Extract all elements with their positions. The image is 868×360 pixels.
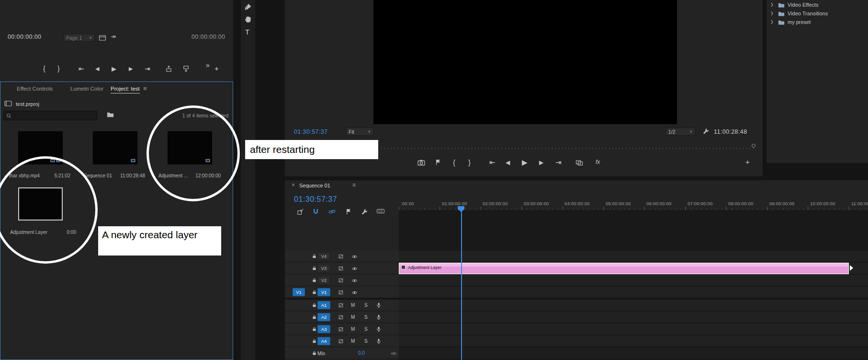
- lock-icon[interactable]: [312, 350, 317, 356]
- lock-icon[interactable]: [312, 254, 317, 259]
- panel-menu-icon[interactable]: ≡: [352, 182, 356, 188]
- lock-icon[interactable]: [312, 314, 317, 320]
- track-lane-a1[interactable]: [399, 300, 868, 311]
- eye-toggle-icon[interactable]: [351, 254, 358, 260]
- mic-icon[interactable]: [376, 338, 382, 344]
- sync-lock-icon[interactable]: [338, 314, 344, 320]
- keyframe-nav-icon[interactable]: [391, 350, 397, 357]
- program-timecode[interactable]: 01:30:57:37: [294, 128, 327, 135]
- sync-lock-icon[interactable]: [338, 266, 344, 271]
- track-select-button[interactable]: A3: [317, 325, 330, 333]
- mark-in-button[interactable]: {: [43, 65, 45, 72]
- track-select-button[interactable]: V4: [317, 252, 330, 260]
- track-select-button[interactable]: A4: [317, 337, 330, 345]
- add-marker-icon[interactable]: [435, 159, 442, 166]
- source-patch-v1[interactable]: V1: [293, 288, 305, 296]
- sync-lock-icon[interactable]: [338, 278, 344, 283]
- mic-icon[interactable]: [376, 302, 382, 308]
- track-lane-v1[interactable]: [399, 287, 868, 298]
- add-marker-icon[interactable]: [345, 208, 352, 215]
- track-lane-a2[interactable]: [399, 312, 868, 323]
- lock-icon[interactable]: [312, 290, 317, 295]
- snap-magnet-icon[interactable]: [312, 208, 319, 215]
- page-card-icon[interactable]: [99, 34, 106, 42]
- panel-menu-icon[interactable]: ≡: [143, 85, 147, 92]
- solo-button[interactable]: S: [364, 314, 368, 320]
- timeline-clip-adjustment-layer[interactable]: Adjustment Layer: [399, 263, 849, 274]
- type-tool-icon[interactable]: T: [245, 28, 249, 36]
- nest-insert-icon[interactable]: [297, 208, 304, 215]
- effects-folder-row[interactable]: ❯ Video Transitions: [767, 10, 868, 18]
- button-overflow-menu[interactable]: »: [206, 61, 210, 69]
- mark-out-button[interactable]: }: [57, 65, 60, 72]
- eye-toggle-icon[interactable]: [351, 266, 358, 272]
- twirl-chevron-icon[interactable]: ❯: [770, 11, 774, 15]
- timeline-settings-wrench-icon[interactable]: [361, 209, 368, 215]
- double-arrow-icon[interactable]: ↠: [111, 33, 116, 40]
- playhead-line[interactable]: [461, 209, 462, 360]
- project-item-thumbnail[interactable]: [93, 131, 137, 164]
- goto-in-button[interactable]: ⇤: [79, 65, 84, 72]
- sync-lock-icon[interactable]: [338, 254, 344, 259]
- mark-in-button[interactable]: {: [453, 158, 455, 166]
- global-fx-mute-button[interactable]: fx: [596, 159, 600, 165]
- track-select-button[interactable]: V2: [317, 276, 330, 284]
- track-lane-mix[interactable]: [399, 348, 868, 359]
- comparison-view-icon[interactable]: [575, 159, 583, 166]
- tab-lumetri-color[interactable]: Lumetri Color: [70, 86, 103, 92]
- new-bin-folder-icon[interactable]: [107, 111, 114, 118]
- playback-resolution-dropdown[interactable]: 1/2 ∨: [665, 128, 695, 136]
- mute-button[interactable]: M: [351, 314, 355, 320]
- timeline-timecode[interactable]: 01:30:57:37: [294, 195, 337, 204]
- mic-icon[interactable]: [376, 314, 382, 320]
- goto-in-button[interactable]: ⇤: [489, 158, 496, 167]
- eye-toggle-icon[interactable]: [351, 278, 358, 284]
- export-frame-camera-icon[interactable]: [417, 159, 425, 166]
- step-forward-button[interactable]: ▶: [129, 66, 133, 72]
- lock-icon[interactable]: [312, 266, 317, 271]
- timeline-ruler[interactable]: :00:00 01:00:00:00 02:00:00:00 03:00:00:…: [399, 198, 868, 210]
- step-back-button[interactable]: ◀: [95, 66, 99, 72]
- mark-out-button[interactable]: }: [468, 158, 471, 166]
- lock-icon[interactable]: [312, 326, 317, 332]
- effects-folder-row[interactable]: ❯ Video Effects: [767, 1, 868, 9]
- track-lane-a3[interactable]: [399, 324, 868, 335]
- sync-lock-icon[interactable]: [338, 302, 344, 308]
- twirl-chevron-icon[interactable]: ❯: [770, 20, 774, 24]
- track-lane-a4[interactable]: [399, 336, 868, 347]
- tab-project-test[interactable]: Project: test: [111, 86, 140, 93]
- goto-out-button[interactable]: ⇥: [555, 158, 562, 167]
- track-select-button[interactable]: A2: [317, 313, 330, 321]
- breadcrumb[interactable]: test.prproj: [16, 101, 39, 107]
- track-select-button[interactable]: A1: [317, 301, 330, 309]
- play-button[interactable]: ▶: [522, 158, 528, 167]
- mic-icon[interactable]: [376, 326, 382, 332]
- mute-button[interactable]: M: [351, 302, 355, 308]
- page-selector-dropdown[interactable]: Page 1 ∨: [63, 34, 95, 42]
- eye-toggle-icon[interactable]: [351, 290, 358, 296]
- settings-wrench-icon[interactable]: [703, 128, 710, 135]
- mute-button[interactable]: M: [351, 326, 355, 332]
- search-input[interactable]: [13, 112, 97, 120]
- lock-icon[interactable]: [312, 302, 317, 308]
- mix-volume-value[interactable]: 0.0: [358, 350, 365, 356]
- pen-tool-icon[interactable]: [244, 3, 252, 11]
- goto-out-button[interactable]: ⇥: [145, 65, 150, 72]
- lock-icon[interactable]: [312, 278, 317, 283]
- solo-button[interactable]: S: [364, 302, 368, 308]
- step-forward-button[interactable]: ▶: [539, 159, 543, 166]
- linked-selection-icon[interactable]: [328, 208, 336, 215]
- current-timecode[interactable]: 00:00:00:00: [8, 34, 41, 40]
- timeline-tab[interactable]: × Sequence 01 ≡: [288, 180, 359, 191]
- add-button[interactable]: +: [214, 64, 219, 72]
- close-icon[interactable]: ×: [292, 182, 295, 188]
- effects-folder-row[interactable]: ❯ my preset: [767, 18, 868, 26]
- sync-lock-icon[interactable]: [338, 338, 344, 344]
- track-select-button[interactable]: V3: [317, 264, 330, 272]
- project-item-label[interactable]: Sequence 01 11:00:28:48: [84, 173, 145, 180]
- captions-cc-icon[interactable]: CC: [377, 209, 384, 213]
- solo-button[interactable]: S: [364, 326, 368, 332]
- extract-button-icon[interactable]: [182, 65, 190, 72]
- tab-effect-controls[interactable]: Effect Controls: [17, 86, 53, 92]
- track-select-button[interactable]: V1: [317, 288, 330, 296]
